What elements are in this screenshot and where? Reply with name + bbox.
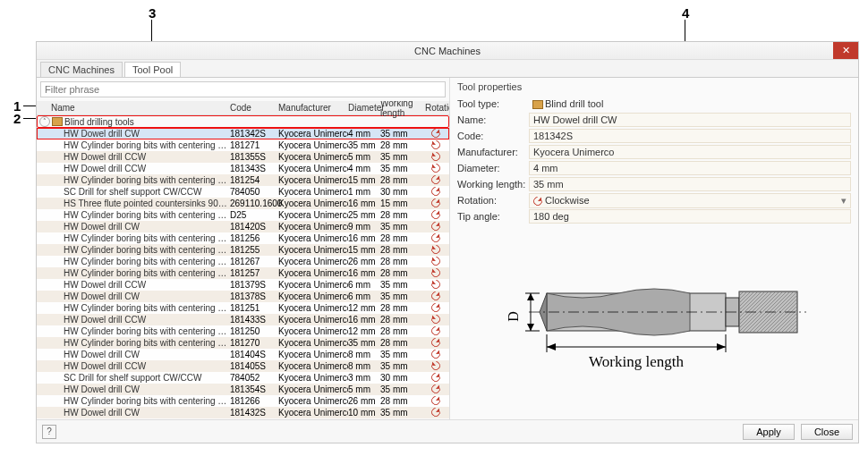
cell-rot xyxy=(425,361,447,372)
code-field[interactable]: 181342S xyxy=(529,129,851,143)
rotation-cw-icon xyxy=(430,207,442,220)
svg-marker-12 xyxy=(547,343,556,350)
cell-wl: 35 mm xyxy=(380,164,425,173)
prop-tooltype: Tool type: Blind drill tool xyxy=(457,96,851,112)
table-row[interactable]: HW Cylinder boring bits with centering p… xyxy=(37,395,449,407)
prop-label: Name: xyxy=(457,114,529,125)
cell-dia: 15 mm xyxy=(348,245,380,255)
cell-wl: 28 mm xyxy=(380,338,425,348)
cell-dia: 10 mm xyxy=(348,408,380,418)
cell-name: HW Cylinder boring bits with centering p… xyxy=(37,303,230,313)
cell-name: HW Cylinder boring bits with centering p… xyxy=(37,233,230,243)
table-row[interactable]: HW Dowel drill CCW181379SKyocera Unimerc… xyxy=(37,279,449,291)
prop-value: Blind drill tool xyxy=(529,97,851,110)
cell-mfr: Kyocera Unimerco xyxy=(278,303,348,313)
rotation-cw-icon xyxy=(430,347,442,359)
dropdown-icon[interactable]: ▾ xyxy=(841,195,847,207)
tip-field[interactable]: 180 deg xyxy=(529,209,851,224)
properties-panel: Tool properties Tool type: Blind drill t… xyxy=(450,78,858,419)
cell-mfr: Kyocera Unimerco xyxy=(278,268,348,278)
col-header-rot[interactable]: Rotation xyxy=(425,103,447,113)
cell-dia: 35 mm xyxy=(348,140,380,150)
col-header-wl[interactable]: Working length xyxy=(380,101,425,118)
cell-dia: 5 mm xyxy=(348,152,380,162)
name-field[interactable]: HW Dowel drill CW xyxy=(529,113,851,127)
rotation-ccw-icon xyxy=(430,138,442,150)
cell-wl: 35 mm xyxy=(380,350,425,359)
tab-tool-pool[interactable]: Tool Pool xyxy=(124,62,181,77)
cell-mfr: Kyocera Unimerco xyxy=(278,222,348,232)
cell-mfr: Kyocera Unimerco xyxy=(278,396,348,406)
rot-select[interactable]: Clockwise▾ xyxy=(529,193,851,208)
rotation-ccw-icon xyxy=(430,266,442,278)
prop-rot: Rotation: Clockwise▾ xyxy=(457,192,851,208)
help-button[interactable]: ? xyxy=(42,425,56,439)
cell-dia: 12 mm xyxy=(348,326,380,336)
table-row[interactable]: HW Dowel drill CW181354SKyocera Unimerco… xyxy=(37,384,449,395)
table-row[interactable]: HW Cylinder boring bits with centering p… xyxy=(37,325,449,337)
cell-rot xyxy=(425,198,447,209)
cell-rot xyxy=(425,140,447,151)
table-row[interactable]: HW Cylinder boring bits with centering p… xyxy=(37,174,449,186)
tab-cnc-machines[interactable]: CNC Machines xyxy=(40,62,123,77)
cell-dia: 15 mm xyxy=(348,175,380,185)
table-row[interactable]: HW Dowel drill CW181432SKyocera Unimerco… xyxy=(37,407,449,418)
dia-field[interactable]: 4 mm xyxy=(529,161,851,175)
table-row[interactable]: HW Dowel drill CW181404SKyocera Unimerco… xyxy=(37,349,449,360)
table-row[interactable]: HW Cylinder boring bits with centering p… xyxy=(37,302,449,314)
table-row[interactable]: HW Cylinder boring bits with centering p… xyxy=(37,209,449,221)
table-row[interactable]: HW Dowel drill CW181378SKyocera Unimerco… xyxy=(37,291,449,302)
chevron-up-icon[interactable]: ˄ xyxy=(39,116,50,127)
cell-name: HW Cylinder boring bits with centering p… xyxy=(37,257,230,266)
table-row[interactable]: HW Cylinder boring bits with centering p… xyxy=(37,232,449,244)
cell-name: HW Dowel drill CCW xyxy=(37,361,230,371)
prop-code: Code: 181342S xyxy=(457,128,851,144)
prop-mfr: Manufacturer: Kyocera Unimerco xyxy=(457,144,851,160)
table-row[interactable]: HW Cylinder boring bits with centering p… xyxy=(37,267,449,279)
table-row[interactable]: HW Dowel drill CW181342SKyocera Unimerco… xyxy=(37,128,449,139)
table-row[interactable]: HW Dowel drill CCW181355SKyocera Unimerc… xyxy=(37,151,449,163)
table-row[interactable]: SC Drill for shelf support CW/CCW784050K… xyxy=(37,186,449,198)
cell-wl: 28 mm xyxy=(380,315,425,325)
cell-code: 181267 xyxy=(230,257,278,266)
cell-rot xyxy=(425,152,447,163)
col-header-dia[interactable]: Diameter xyxy=(348,103,380,113)
rotation-cw-icon xyxy=(430,324,442,336)
table-row[interactable]: HW Cylinder boring bits with centering p… xyxy=(37,244,449,256)
table-row[interactable]: HW Dowel drill CCW181343SKyocera Unimerc… xyxy=(37,163,449,174)
cell-rot xyxy=(425,303,447,314)
table-row[interactable]: HW Cylinder boring bits with centering p… xyxy=(37,256,449,267)
tool-type-text: Blind drill tool xyxy=(545,98,603,109)
table-row[interactable]: HW Dowel drill CCW181433SKyocera Unimerc… xyxy=(37,314,449,325)
table-row[interactable]: HS Three flute pointed countersinks 90° … xyxy=(37,198,449,209)
table-row[interactable]: HW Cylinder boring bits with centering p… xyxy=(37,139,449,151)
mfr-field[interactable]: Kyocera Unimerco xyxy=(529,145,851,159)
cell-rot xyxy=(425,315,447,325)
cell-mfr: Kyocera Unimerco xyxy=(278,373,348,383)
cell-name: HW Dowel drill CCW xyxy=(37,152,230,162)
apply-button[interactable]: Apply xyxy=(743,424,795,440)
col-header-mfr[interactable]: Manufacturer xyxy=(278,103,348,113)
tool-grid[interactable]: Name Code Manufacturer Diameter Working … xyxy=(37,101,449,419)
cell-code: 181379S xyxy=(230,280,278,290)
filter-input[interactable] xyxy=(40,81,446,97)
close-button[interactable]: Close xyxy=(801,424,853,440)
cell-name: HW Dowel drill CW xyxy=(37,291,230,301)
prop-label: Code: xyxy=(457,131,529,141)
cell-mfr: Kyocera Unimerco xyxy=(278,175,348,185)
wl-field[interactable]: 35 mm xyxy=(529,177,851,191)
cell-wl: 28 mm xyxy=(380,140,425,150)
cell-dia: 26 mm xyxy=(348,257,380,266)
table-row[interactable]: HW Cylinder boring bits with centering p… xyxy=(37,337,449,349)
cell-mfr: Kyocera Unimerco xyxy=(278,350,348,359)
rotation-ccw-icon xyxy=(430,161,442,173)
table-row[interactable]: HW Dowel drill CW181420SKyocera Unimerco… xyxy=(37,221,449,232)
col-header-code[interactable]: Code xyxy=(230,103,278,113)
col-header-name[interactable]: Name xyxy=(37,103,230,113)
table-row[interactable]: HW Dowel drill CCW181405SKyocera Unimerc… xyxy=(37,360,449,372)
window-close-button[interactable]: ✕ xyxy=(833,42,858,59)
cell-name: HW Cylinder boring bits with centering p… xyxy=(37,175,230,185)
table-row[interactable]: SC Drill for shelf support CW/CCW784052K… xyxy=(37,372,449,384)
cell-code: 181342S xyxy=(230,129,278,139)
window-title: CNC Machines xyxy=(414,46,481,56)
